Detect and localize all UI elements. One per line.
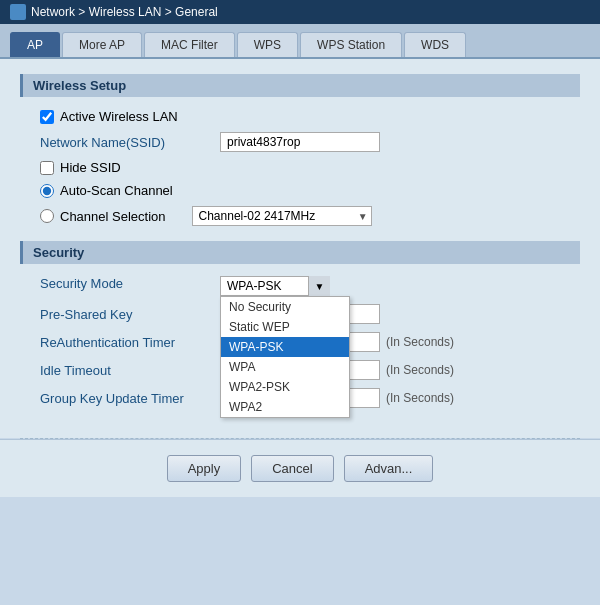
tab-mac-filter[interactable]: MAC Filter xyxy=(144,32,235,57)
active-wireless-checkbox[interactable] xyxy=(40,110,54,124)
hide-ssid-checkbox[interactable] xyxy=(40,161,54,175)
hide-ssid-label: Hide SSID xyxy=(60,160,121,175)
main-content: Wireless Setup Active Wireless LAN Netwo… xyxy=(0,59,600,438)
channel-selection-label: Channel Selection xyxy=(60,209,166,224)
active-wireless-row: Active Wireless LAN xyxy=(20,109,580,124)
security-option-no-security[interactable]: No Security xyxy=(221,297,349,317)
advanced-button[interactable]: Advan... xyxy=(344,455,434,482)
security-mode-wrapper: WPA-PSK ▼ No Security Static WEP WPA-PSK… xyxy=(220,276,330,296)
security-option-wpa[interactable]: WPA xyxy=(221,357,349,377)
security-mode-menu: No Security Static WEP WPA-PSK WPA WPA2-… xyxy=(220,296,350,418)
channel-selection-radio[interactable] xyxy=(40,209,54,223)
network-name-input[interactable] xyxy=(220,132,380,152)
title-text: Network > Wireless LAN > General xyxy=(31,5,218,19)
security-option-static-wep[interactable]: Static WEP xyxy=(221,317,349,337)
security-option-wpa2-psk[interactable]: WPA2-PSK xyxy=(221,377,349,397)
auto-scan-row: Auto-Scan Channel xyxy=(20,183,580,198)
idle-timeout-label: Idle Timeout xyxy=(40,363,220,378)
channel-selection-row: Channel Selection Channel-02 2417MHz ▼ xyxy=(20,206,580,226)
auto-scan-radio[interactable] xyxy=(40,184,54,198)
active-wireless-label: Active Wireless LAN xyxy=(60,109,178,124)
tab-more-ap[interactable]: More AP xyxy=(62,32,142,57)
tab-ap[interactable]: AP xyxy=(10,32,60,57)
security-mode-label: Security Mode xyxy=(40,276,220,291)
tab-wds[interactable]: WDS xyxy=(404,32,466,57)
security-mode-dropdown-btn[interactable]: ▼ xyxy=(308,276,330,296)
channel-dropdown[interactable]: Channel-02 2417MHz xyxy=(192,206,372,226)
group-key-timer-unit: (In Seconds) xyxy=(386,391,454,405)
hide-ssid-row: Hide SSID xyxy=(20,160,580,175)
reauth-timer-label: ReAuthentication Timer xyxy=(40,335,220,350)
security-mode-display[interactable]: WPA-PSK ▼ xyxy=(220,276,330,296)
cancel-button[interactable]: Cancel xyxy=(251,455,333,482)
idle-timeout-unit: (In Seconds) xyxy=(386,363,454,377)
security-section: Security Security Mode WPA-PSK ▼ No Secu… xyxy=(20,241,580,408)
tab-wps[interactable]: WPS xyxy=(237,32,298,57)
reauth-timer-unit: (In Seconds) xyxy=(386,335,454,349)
auto-scan-label: Auto-Scan Channel xyxy=(60,183,173,198)
pre-shared-key-label: Pre-Shared Key xyxy=(40,307,220,322)
security-mode-row: Security Mode WPA-PSK ▼ No Security Stat… xyxy=(20,276,580,296)
apply-button[interactable]: Apply xyxy=(167,455,242,482)
button-row: Apply Cancel Advan... xyxy=(0,439,600,497)
wireless-setup-section: Wireless Setup Active Wireless LAN Netwo… xyxy=(20,74,580,226)
tab-wps-station[interactable]: WPS Station xyxy=(300,32,402,57)
network-name-label: Network Name(SSID) xyxy=(40,135,220,150)
group-key-timer-label: Group Key Update Timer xyxy=(40,391,220,406)
channel-dropdown-wrapper: Channel-02 2417MHz ▼ xyxy=(192,206,372,226)
tab-bar: AP More AP MAC Filter WPS WPS Station WD… xyxy=(0,24,600,59)
security-option-wpa-psk[interactable]: WPA-PSK xyxy=(221,337,349,357)
wireless-setup-header: Wireless Setup xyxy=(20,74,580,97)
security-header: Security xyxy=(20,241,580,264)
security-option-wpa2[interactable]: WPA2 xyxy=(221,397,349,417)
network-name-row: Network Name(SSID) xyxy=(20,132,580,152)
title-bar: Network > Wireless LAN > General xyxy=(0,0,600,24)
network-icon xyxy=(10,4,26,20)
